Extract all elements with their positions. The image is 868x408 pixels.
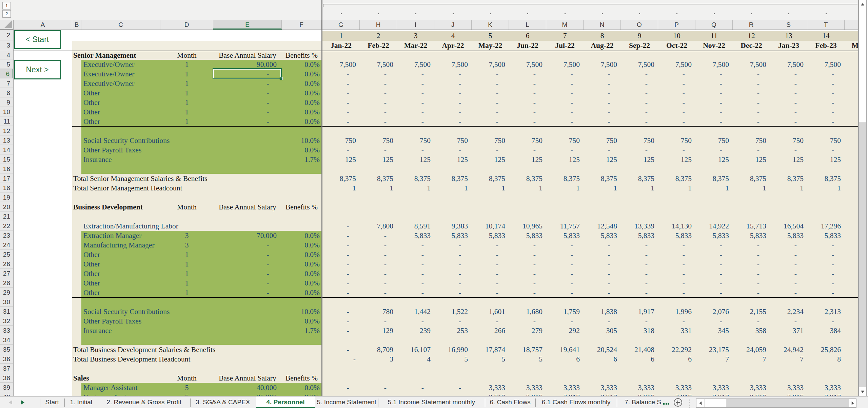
cell-value[interactable]: 750 bbox=[509, 136, 546, 145]
cell-value[interactable]: 8,375 bbox=[658, 174, 695, 183]
cell-month-start[interactable]: 1 bbox=[160, 288, 213, 297]
cell-value[interactable]: 1 bbox=[509, 183, 546, 193]
cell-value[interactable]: 750 bbox=[434, 136, 472, 145]
cell-value[interactable]: - bbox=[658, 250, 695, 259]
cell-value[interactable]: - bbox=[322, 69, 360, 79]
cell-value[interactable]: 24,942 bbox=[770, 345, 807, 354]
new-sheet-button[interactable] bbox=[674, 398, 682, 407]
cell-month-start[interactable]: 1 bbox=[160, 107, 213, 117]
cell-value[interactable]: 1,917 bbox=[621, 307, 658, 316]
cell-value[interactable]: 18,757 bbox=[509, 345, 546, 354]
column-header-O[interactable]: O bbox=[621, 20, 658, 30]
cell-value[interactable]: 1,601 bbox=[472, 307, 509, 316]
cell-value[interactable]: 5,833 bbox=[397, 231, 434, 240]
cell-value[interactable]: - bbox=[360, 392, 397, 396]
row-header-23[interactable]: 23 bbox=[0, 231, 13, 240]
cell-benefits-pct[interactable]: 0.0% bbox=[282, 145, 321, 155]
row-header-28[interactable]: 28 bbox=[0, 278, 13, 288]
cell-value[interactable]: - bbox=[807, 240, 845, 250]
cell-value[interactable]: 2,076 bbox=[695, 307, 733, 316]
cell-month-start[interactable]: 1 bbox=[160, 98, 213, 107]
cell-value[interactable]: - bbox=[733, 107, 770, 117]
column-header-F[interactable]: F bbox=[282, 20, 321, 30]
cell-value[interactable]: 8 bbox=[807, 354, 845, 364]
cell-value[interactable]: - bbox=[322, 107, 360, 117]
cell-value[interactable]: 780 bbox=[360, 307, 397, 316]
cell-value[interactable]: 1,996 bbox=[658, 307, 695, 316]
cell-base-salary[interactable]: 35,000 bbox=[213, 392, 282, 396]
cell-value[interactable]: - bbox=[472, 145, 509, 155]
cell-value[interactable]: - bbox=[360, 250, 397, 259]
cell-value[interactable]: - bbox=[322, 117, 360, 126]
cell-value[interactable]: - bbox=[397, 88, 434, 98]
cell-base-salary[interactable]: - bbox=[213, 98, 282, 107]
cell-value[interactable]: - bbox=[434, 269, 472, 278]
column-header-A[interactable]: A bbox=[14, 20, 72, 30]
cell-benefits-pct[interactable]: 0.0% bbox=[282, 316, 321, 326]
cell-value[interactable]: - bbox=[509, 259, 546, 269]
cell-benefits-pct[interactable]: 0.0% bbox=[282, 250, 321, 259]
cell-benefits-pct[interactable]: 0.0% bbox=[282, 231, 321, 240]
row-header-33[interactable]: 33 bbox=[0, 326, 13, 335]
cell-value[interactable]: - bbox=[621, 107, 658, 117]
cell-value[interactable]: 2,917 bbox=[509, 392, 546, 396]
cell-value[interactable]: - bbox=[621, 79, 658, 88]
cell-benefits-pct[interactable]: 0.0% bbox=[282, 69, 321, 79]
cell-value[interactable]: 8,375 bbox=[322, 174, 360, 183]
cell-value[interactable]: 24,059 bbox=[733, 345, 770, 354]
row-header-31[interactable]: 31 bbox=[0, 307, 13, 316]
column-header-B[interactable]: B bbox=[72, 20, 81, 30]
cell-value[interactable]: - bbox=[434, 145, 472, 155]
cell-value[interactable]: - bbox=[770, 69, 807, 79]
cell-value[interactable]: 3,333 bbox=[621, 383, 658, 392]
cell-value[interactable]: - bbox=[509, 316, 546, 326]
cell-month-start[interactable]: 1 bbox=[160, 278, 213, 288]
row-header-2[interactable]: 2 bbox=[0, 30, 13, 40]
cell-value[interactable]: - bbox=[397, 383, 434, 392]
cell-value[interactable]: 125 bbox=[658, 155, 695, 164]
cell-value[interactable]: - bbox=[509, 278, 546, 288]
cell-benefits-pct[interactable]: 0.0% bbox=[282, 383, 321, 392]
row-header-8[interactable]: 8 bbox=[0, 88, 13, 97]
cell-benefits-pct[interactable]: 0.0% bbox=[282, 107, 321, 117]
cell-value[interactable]: 750 bbox=[695, 136, 733, 145]
cell-value[interactable]: - bbox=[733, 250, 770, 259]
sheet-tab-3-sg-a-capex[interactable]: 3. SG&A & CAPEX bbox=[190, 396, 256, 408]
cell-value[interactable]: - bbox=[770, 240, 807, 250]
cell-base-salary[interactable]: - bbox=[213, 269, 282, 278]
cell-month-start[interactable]: 1 bbox=[160, 60, 213, 69]
row-header-38[interactable]: 38 bbox=[0, 373, 13, 383]
cell-value[interactable]: 3,333 bbox=[695, 383, 733, 392]
cell-value[interactable]: 125 bbox=[509, 155, 546, 164]
sheet-tab-5-income-statement[interactable]: 5. Income Statement bbox=[315, 396, 378, 408]
cell-value[interactable]: - bbox=[733, 269, 770, 278]
cell-value[interactable]: - bbox=[472, 107, 509, 117]
cell-value[interactable]: 3,333 bbox=[658, 383, 695, 392]
cell-benefits-pct[interactable]: 0.0% bbox=[282, 259, 321, 269]
cell-value[interactable]: - bbox=[807, 288, 845, 297]
cell-value[interactable]: - bbox=[360, 288, 397, 297]
cell-value[interactable]: 2,917 bbox=[807, 392, 845, 396]
cell-value[interactable]: 8,375 bbox=[397, 174, 434, 183]
row-header-4[interactable]: 4 bbox=[0, 51, 13, 59]
cell-value[interactable]: 8,375 bbox=[695, 174, 733, 183]
cell-value[interactable]: 8,375 bbox=[360, 174, 397, 183]
sheet-tab-2-revenue-gross-profit[interactable]: 2. Revenue & Gross Profit bbox=[98, 396, 190, 408]
cell-value[interactable]: 125 bbox=[770, 155, 807, 164]
cell-value[interactable]: - bbox=[397, 240, 434, 250]
cell-value[interactable]: - bbox=[322, 259, 360, 269]
cell-value[interactable]: - bbox=[509, 69, 546, 79]
cell-value[interactable]: - bbox=[472, 98, 509, 107]
cell-value[interactable]: - bbox=[658, 240, 695, 250]
cell-value[interactable]: 8,375 bbox=[621, 174, 658, 183]
cell-value[interactable]: - bbox=[397, 98, 434, 107]
cell-value[interactable]: 1 bbox=[695, 183, 733, 193]
cell-value[interactable]: - bbox=[733, 88, 770, 98]
cell-value[interactable]: - bbox=[658, 88, 695, 98]
cell-value[interactable]: 5,833 bbox=[807, 231, 845, 240]
cell-value[interactable]: - bbox=[770, 117, 807, 126]
cell-value[interactable]: - bbox=[807, 79, 845, 88]
cell-value[interactable]: - bbox=[807, 278, 845, 288]
cell-value[interactable]: - bbox=[807, 117, 845, 126]
row-header-30[interactable]: 30 bbox=[0, 297, 13, 307]
